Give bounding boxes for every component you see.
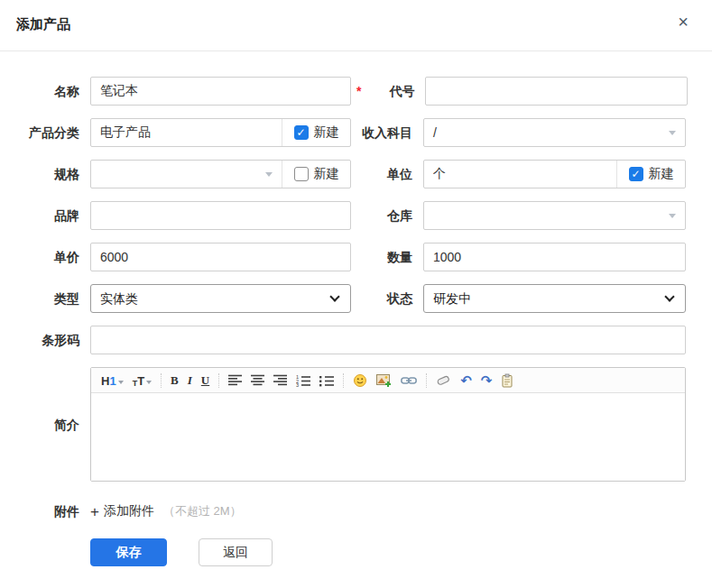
- name-input[interactable]: [90, 77, 351, 106]
- attachment-label: 附件: [0, 497, 90, 526]
- toolbar-separator: [343, 373, 344, 388]
- unordered-list-icon[interactable]: [316, 371, 338, 390]
- unit-price-label: 单价: [0, 243, 90, 271]
- category-new-label: 新建: [314, 124, 339, 141]
- row-name-code: 名称 * 代号: [0, 77, 712, 106]
- checkbox-unchecked-icon[interactable]: [294, 167, 309, 181]
- remove-format-eraser-icon[interactable]: [432, 371, 455, 390]
- ordered-list-icon[interactable]: 123: [292, 371, 314, 390]
- link-icon[interactable]: [397, 371, 421, 390]
- dialog-title: 添加产品: [16, 16, 70, 33]
- status-label: 状态: [351, 284, 423, 313]
- income-subject-select[interactable]: /: [423, 118, 686, 147]
- close-icon[interactable]: ×: [678, 13, 689, 31]
- chevron-down-icon: [118, 381, 124, 384]
- row-type-status: 类型 实体类 状态 研发中: [0, 284, 712, 313]
- income-subject-label: 收入科目: [351, 118, 423, 147]
- heading-button[interactable]: H1: [97, 371, 127, 390]
- toolbar-separator: [218, 373, 219, 388]
- spec-label: 规格: [0, 160, 90, 188]
- save-button[interactable]: 保存: [90, 538, 167, 566]
- type-label: 类型: [0, 284, 90, 313]
- bold-button[interactable]: B: [167, 371, 182, 390]
- spec-new-label: 新建: [314, 166, 339, 182]
- quantity-input[interactable]: [423, 243, 686, 271]
- row-spec-unit: 规格 新建 单位 新建: [0, 160, 712, 188]
- warehouse-label: 仓库: [351, 201, 423, 230]
- underline-button[interactable]: U: [198, 371, 213, 390]
- category-group: 新建: [90, 118, 351, 147]
- unit-label: 单位: [351, 160, 423, 188]
- income-subject-value: /: [433, 125, 437, 140]
- barcode-input[interactable]: [90, 326, 686, 354]
- paste-clipboard-icon[interactable]: [497, 371, 517, 390]
- checkbox-checked-icon[interactable]: [294, 125, 309, 140]
- back-button[interactable]: 返回: [199, 538, 273, 566]
- category-label: 产品分类: [0, 118, 90, 147]
- intro-label: 简介: [0, 410, 90, 439]
- row-intro: 简介 H1 TT B I U: [0, 367, 712, 482]
- type-select-wrap: 实体类: [90, 284, 351, 313]
- type-select[interactable]: 实体类: [91, 285, 350, 312]
- align-left-icon[interactable]: [225, 371, 245, 390]
- rich-text-editor: H1 TT B I U: [90, 367, 686, 482]
- form-actions: 保存 返回: [0, 538, 712, 566]
- spec-group: 新建: [90, 160, 351, 188]
- add-attachment-button[interactable]: + 添加附件: [90, 503, 154, 519]
- quantity-label: 数量: [351, 243, 423, 271]
- barcode-label: 条形码: [0, 326, 90, 354]
- warehouse-select[interactable]: [423, 201, 686, 230]
- unit-new-toggle[interactable]: 新建: [616, 161, 685, 188]
- chevron-down-icon: [265, 172, 273, 177]
- editor-toolbar: H1 TT B I U: [91, 368, 685, 393]
- row-attachment: 附件 + 添加附件 （不超过 2M）: [0, 502, 712, 520]
- category-new-toggle[interactable]: 新建: [282, 119, 350, 146]
- insert-image-icon[interactable]: [373, 371, 395, 390]
- emoji-icon[interactable]: [349, 371, 371, 390]
- row-category-income: 产品分类 新建 收入科目 /: [0, 118, 712, 147]
- chevron-down-icon: [146, 381, 152, 384]
- brand-input[interactable]: [90, 201, 351, 230]
- category-input[interactable]: [91, 119, 282, 146]
- toolbar-separator: [161, 373, 162, 388]
- toolbar-separator: [426, 373, 427, 388]
- editor-content[interactable]: [91, 393, 685, 481]
- spec-select[interactable]: [91, 161, 282, 188]
- align-center-icon[interactable]: [247, 371, 268, 390]
- brand-label: 品牌: [0, 201, 90, 230]
- unit-new-label: 新建: [649, 166, 674, 182]
- row-price-quantity: 单价 数量: [0, 243, 712, 271]
- status-select-wrap: 研发中: [423, 284, 686, 313]
- unit-price-input[interactable]: [90, 243, 351, 271]
- undo-icon[interactable]: ↶: [457, 371, 476, 390]
- unit-group: 新建: [423, 160, 686, 188]
- unit-input[interactable]: [424, 161, 616, 188]
- svg-text:3: 3: [296, 382, 299, 387]
- add-product-dialog: 添加产品 × 名称 * 代号 产品分类 新建 收入科目 /: [0, 0, 712, 588]
- code-input[interactable]: [425, 77, 688, 106]
- add-attachment-label: 添加附件: [104, 503, 154, 519]
- spec-new-toggle[interactable]: 新建: [282, 161, 350, 188]
- status-select[interactable]: 研发中: [424, 285, 685, 312]
- name-label: 名称: [0, 77, 90, 106]
- align-right-icon[interactable]: [270, 371, 291, 390]
- dialog-header: 添加产品 ×: [0, 0, 712, 51]
- redo-icon[interactable]: ↷: [477, 371, 496, 390]
- product-form: 名称 * 代号 产品分类 新建 收入科目 / 规格: [0, 51, 712, 566]
- font-size-button[interactable]: TT: [129, 371, 155, 390]
- chevron-down-icon: [669, 214, 676, 218]
- italic-button[interactable]: I: [184, 371, 196, 390]
- plus-icon: +: [90, 504, 99, 519]
- attachment-size-hint: （不超过 2M）: [163, 503, 242, 519]
- row-barcode: 条形码: [0, 326, 712, 354]
- checkbox-checked-icon[interactable]: [629, 167, 643, 181]
- row-brand-warehouse: 品牌 仓库: [0, 201, 712, 230]
- chevron-down-icon: [669, 131, 676, 135]
- code-label: 代号: [361, 77, 425, 106]
